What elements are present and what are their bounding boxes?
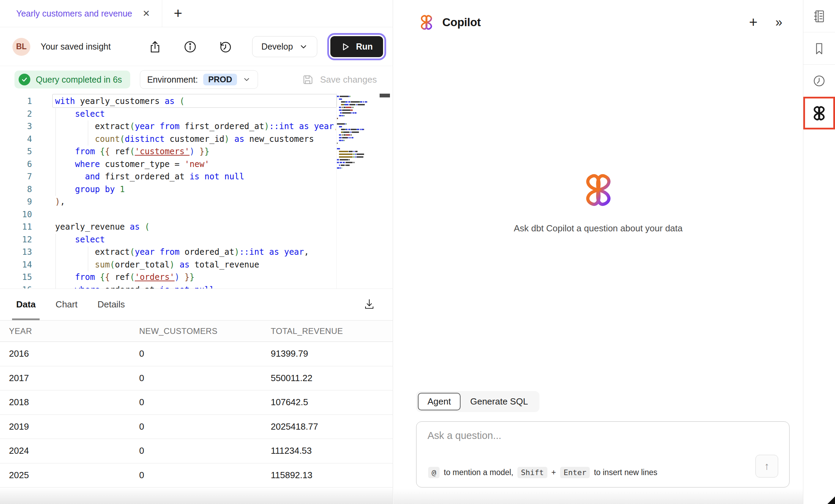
enter-key-badge: Enter [560, 467, 590, 478]
sql-code-editor[interactable]: 12345678910111213141516 with yearly_cust… [0, 93, 393, 288]
code-line: where ordered_at is not null [55, 284, 336, 289]
copilot-title: Copilot [442, 16, 481, 29]
code-line: group by 1 [55, 183, 336, 196]
tab-yearly-customers-and-revenue[interactable]: Yearly customers and revenue ✕ [0, 0, 162, 27]
ask-question-input[interactable] [427, 429, 737, 460]
at-key-badge: @ [428, 467, 440, 478]
sidebar-item-copilot[interactable] [803, 97, 835, 129]
dbt-copilot-logo-large [580, 172, 616, 208]
line-number: 7 [0, 170, 32, 183]
minimap-line [337, 156, 380, 158]
code-line [55, 208, 336, 221]
table-row: 20180107642.5 [0, 390, 393, 415]
minimap-line [337, 106, 380, 109]
line-number: 16 [0, 284, 32, 289]
tab-bar: Yearly customers and revenue ✕ + [0, 0, 393, 27]
line-number: 8 [0, 183, 32, 196]
minimap-line [337, 131, 380, 134]
table-cell: 115892.13 [271, 470, 393, 481]
minimap-line [337, 164, 380, 167]
tab-details[interactable]: Details [97, 289, 125, 320]
minimap-line [337, 114, 380, 117]
minimap-line [337, 145, 380, 147]
minimap-line [337, 136, 380, 139]
tab-title: Yearly customers and revenue [16, 9, 132, 19]
share-icon[interactable] [147, 39, 163, 54]
environment-selector[interactable]: Environment: PROD [140, 70, 258, 89]
line-number: 12 [0, 233, 32, 246]
window-resize-handle[interactable] [827, 496, 835, 504]
collapse-panel-icon[interactable]: » [775, 16, 782, 29]
line-number: 14 [0, 259, 32, 271]
history-icon[interactable] [218, 39, 233, 54]
table-cell: 2016 [9, 348, 139, 359]
table-footer [0, 487, 393, 504]
line-number: 4 [0, 133, 32, 146]
code-line: count(distinct customer_id) as new_custo… [55, 133, 336, 146]
minimap-line [337, 120, 380, 123]
mode-agent-button[interactable]: Agent [418, 393, 461, 410]
sidebar-item-notebook[interactable] [803, 0, 835, 32]
minimap-line [337, 150, 380, 153]
code-line: select [55, 108, 336, 120]
query-status-text: Query completed in 6s [36, 75, 122, 85]
code-line: ), [55, 196, 336, 208]
send-button[interactable]: ↑ [755, 455, 778, 477]
line-number: 15 [0, 271, 32, 284]
table-header: YEAR NEW_CUSTOMERS TOTAL_REVENUE [0, 321, 393, 342]
run-button[interactable]: Run [330, 36, 383, 57]
code-line: extract(year from first_ordered_at)::int… [55, 120, 336, 133]
close-tab-icon[interactable]: ✕ [143, 9, 150, 18]
minimap-line [337, 103, 380, 106]
new-chat-icon[interactable]: + [749, 15, 757, 30]
minimap-line [337, 95, 380, 98]
table-cell: 0 [139, 373, 271, 384]
download-icon[interactable] [362, 297, 376, 312]
column-header-year: YEAR [9, 326, 139, 336]
play-icon [341, 42, 350, 52]
minimap-line [337, 117, 380, 120]
table-cell: 2024 [9, 445, 139, 456]
table-cell: 107642.5 [271, 397, 393, 408]
input-hint: @ to mention a model, Shift + Enter to i… [428, 467, 657, 478]
table-cell: 2018 [9, 397, 139, 408]
table-row: 2016091399.79 [0, 342, 393, 366]
save-changes-button[interactable]: Save changes [301, 73, 377, 86]
line-number: 5 [0, 145, 32, 158]
minimap-line [337, 125, 380, 128]
tab-chart[interactable]: Chart [55, 289, 78, 320]
line-number: 13 [0, 246, 32, 259]
code-line: from {{ ref('customers') }} [55, 145, 336, 158]
table-row: 20250115892.13 [0, 463, 393, 488]
copilot-empty-state: Ask dbt Copilot a question about your da… [393, 172, 803, 234]
table-cell: 0 [139, 445, 271, 456]
save-icon [301, 73, 315, 86]
code-line: extract(year from ordered_at)::int as ye… [55, 246, 336, 259]
minimap-line [337, 101, 380, 103]
new-tab-button[interactable]: + [174, 6, 183, 21]
table-row: 20170550011.22 [0, 366, 393, 391]
tab-data[interactable]: Data [16, 289, 35, 320]
results-panel: Data Chart Details YEAR NEW_CUSTOMERS TO… [0, 288, 393, 504]
mode-generate-sql-button[interactable]: Generate SQL [461, 393, 538, 410]
info-icon[interactable] [183, 39, 198, 54]
toolbar: BL Your saved insight Develop Run [0, 28, 393, 66]
minimap-line [337, 153, 380, 156]
table-cell: 0 [139, 421, 271, 432]
table-cell: 111234.53 [271, 445, 393, 456]
environment-label: Environment: [147, 75, 198, 85]
copilot-mode-toggle: Agent Generate SQL [416, 391, 539, 412]
sidebar-item-history[interactable] [803, 65, 835, 97]
copilot-input-box: @ to mention a model, Shift + Enter to i… [416, 421, 790, 487]
editor-scrollbar-thumb[interactable] [380, 94, 390, 97]
code-line: sum(order_total) as total_revenue [55, 259, 336, 271]
minimap[interactable] [337, 95, 380, 169]
editor-panel: Yearly customers and revenue ✕ + BL Your… [0, 0, 393, 504]
code-line: yearly_revenue as ( [55, 221, 336, 233]
code-line: where customer_type = 'new' [55, 158, 336, 171]
develop-button[interactable]: Develop [252, 36, 318, 57]
line-number: 1 [0, 95, 32, 108]
sidebar-item-bookmarks[interactable] [803, 32, 835, 64]
copilot-panel: Copilot + » Ask dbt Copilot a question a… [393, 0, 803, 504]
column-header-new-customers: NEW_CUSTOMERS [139, 326, 271, 336]
